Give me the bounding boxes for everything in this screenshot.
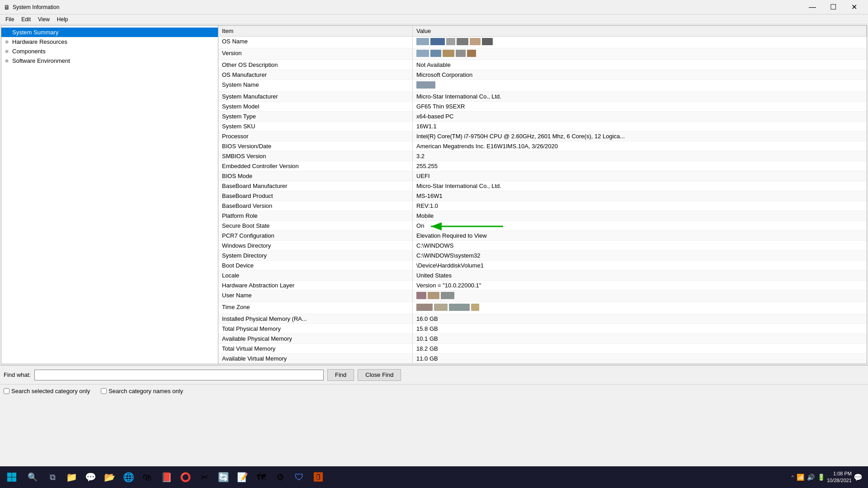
- cell-item: Available Physical Memory: [218, 334, 413, 344]
- close-button[interactable]: ✕: [844, 0, 864, 14]
- tree-item-system-summary[interactable]: System Summary: [1, 28, 218, 37]
- teams-icon: 💬: [85, 472, 96, 483]
- system-tray: ^ 📶 🔊 🔋: [792, 474, 825, 481]
- teams-button[interactable]: 💬: [81, 467, 99, 487]
- cell-item: Other OS Description: [218, 60, 413, 70]
- cell-value: 10.1 GB: [413, 334, 867, 344]
- cell-value: C:\WINDOWS\system32: [413, 251, 867, 261]
- col-item: Item: [218, 26, 413, 37]
- word-button[interactable]: 📝: [233, 467, 251, 487]
- windows-logo-icon: [6, 472, 17, 483]
- tree-panel: System Summary ⊕ Hardware Resources ⊕ Co…: [1, 26, 218, 364]
- table-row: BaseBoard Manufacturer Micro-Star Intern…: [218, 181, 867, 191]
- tree-item-hardware-resources[interactable]: ⊕ Hardware Resources: [1, 37, 218, 47]
- search-icon: 🔍: [28, 472, 38, 482]
- store-button[interactable]: 🛍: [138, 467, 156, 487]
- title-bar-left: 🖥 System Information: [4, 4, 59, 11]
- cell-item: User Name: [218, 291, 413, 302]
- app1-icon: 📕: [161, 472, 172, 483]
- table-row: Boot Device \Device\HarddiskVolume1: [218, 261, 867, 271]
- expander-icon-sw: ⊕: [5, 58, 10, 63]
- store-icon: 🛍: [143, 472, 152, 483]
- tree-item-software-environment[interactable]: ⊕ Software Environment: [1, 56, 218, 66]
- search-category-checkbox[interactable]: [101, 388, 107, 394]
- cell-value: Micro-Star International Co., Ltd.: [413, 92, 867, 102]
- close-find-button[interactable]: Close Find: [358, 369, 401, 381]
- app4-button[interactable]: 🗺: [252, 467, 270, 487]
- opera-icon: ⭕: [180, 472, 191, 483]
- table-row: OS Name: [218, 37, 867, 48]
- cell-value: Mobile: [413, 211, 867, 221]
- maximize-button[interactable]: ☐: [823, 0, 844, 14]
- cell-value: On: [413, 221, 867, 231]
- defender-button[interactable]: 🛡: [290, 467, 308, 487]
- table-row: User Name: [218, 291, 867, 302]
- volume-icon[interactable]: 🔊: [807, 474, 815, 481]
- cell-item: Secure Boot State: [218, 221, 413, 231]
- cell-value: 255.255: [413, 161, 867, 171]
- start-button[interactable]: [2, 467, 22, 487]
- battery-icon[interactable]: 🔋: [817, 474, 825, 481]
- svg-rect-5: [12, 478, 17, 482]
- svg-rect-4: [7, 478, 12, 482]
- task-view-icon: ⧉: [50, 473, 56, 482]
- redacted-os-name: [416, 38, 493, 45]
- taskbar-clock[interactable]: 1:08 PM 10/28/2021: [827, 470, 852, 484]
- taskbar-search[interactable]: 🔍: [23, 467, 42, 487]
- menu-edit[interactable]: Edit: [18, 15, 34, 23]
- app3-button[interactable]: 🔄: [214, 467, 232, 487]
- office-icon: 🅾: [314, 472, 323, 483]
- wifi-icon[interactable]: 📶: [797, 474, 804, 481]
- table-row: BIOS Version/Date American Megatrends In…: [218, 141, 867, 151]
- cell-item: System Type: [218, 112, 413, 122]
- menu-view[interactable]: View: [34, 15, 53, 23]
- table-row-secure-boot: Secure Boot State On: [218, 221, 867, 231]
- menu-bar: File Edit View Help: [0, 14, 868, 24]
- settings-icon: ⚙: [276, 472, 284, 483]
- col-value: Value: [413, 26, 867, 37]
- cell-item: Installed Physical Memory (RA...: [218, 314, 413, 324]
- table-row: Hardware Abstraction Layer Version = "10…: [218, 281, 867, 291]
- settings-button[interactable]: ⚙: [271, 467, 289, 487]
- menu-file[interactable]: File: [2, 15, 18, 23]
- app2-button[interactable]: ✂: [195, 467, 213, 487]
- task-view-button[interactable]: ⧉: [43, 467, 61, 487]
- table-row: Other OS Description Not Available: [218, 60, 867, 70]
- expander-icon-hw: ⊕: [5, 39, 10, 44]
- app1-button[interactable]: 📕: [157, 467, 175, 487]
- title-bar: 🖥 System Information ― ☐ ✕: [0, 0, 868, 14]
- taskbar-right: ^ 📶 🔊 🔋 1:08 PM 10/28/2021 💬: [792, 470, 866, 484]
- cell-item: Version: [218, 48, 413, 60]
- minimize-button[interactable]: ―: [802, 0, 823, 14]
- opera-button[interactable]: ⭕: [176, 467, 194, 487]
- cell-value: C:\WINDOWS: [413, 241, 867, 251]
- edge-button[interactable]: 🌐: [119, 467, 137, 487]
- tree-item-components[interactable]: ⊕ Components: [1, 47, 218, 56]
- office-button[interactable]: 🅾: [309, 467, 327, 487]
- tree-label-software-environment: Software Environment: [12, 57, 70, 64]
- folder-button[interactable]: 📂: [100, 467, 118, 487]
- clock-date: 10/28/2021: [827, 477, 852, 484]
- app-icon: 🖥: [4, 4, 10, 11]
- search-selected-checkbox[interactable]: [4, 388, 9, 394]
- cell-item: Hardware Abstraction Layer: [218, 281, 413, 291]
- data-table: Item Value OS Name: [218, 26, 867, 364]
- cell-item: BaseBoard Manufacturer: [218, 181, 413, 191]
- table-row: SMBIOS Version 3.2: [218, 151, 867, 161]
- menu-help[interactable]: Help: [53, 15, 72, 23]
- cell-item: Platform Role: [218, 211, 413, 221]
- table-row: Locale United States: [218, 271, 867, 281]
- table-row: Version: [218, 48, 867, 60]
- table-row: System Manufacturer Micro-Star Internati…: [218, 92, 867, 102]
- table-row: Total Physical Memory 15.8 GB: [218, 324, 867, 334]
- find-button[interactable]: Find: [327, 369, 354, 381]
- file-explorer-button[interactable]: 📁: [62, 467, 80, 487]
- title-bar-controls: ― ☐ ✕: [802, 0, 864, 14]
- table-row: PCR7 Configuration Elevation Required to…: [218, 231, 867, 241]
- find-label: Find what:: [4, 371, 31, 378]
- find-input[interactable]: [34, 370, 324, 380]
- show-hidden-icon[interactable]: ^: [792, 474, 794, 480]
- cell-value: REV:1.0: [413, 201, 867, 211]
- table-row: OS Manufacturer Microsoft Corporation: [218, 70, 867, 80]
- notification-icon[interactable]: 💬: [854, 473, 863, 482]
